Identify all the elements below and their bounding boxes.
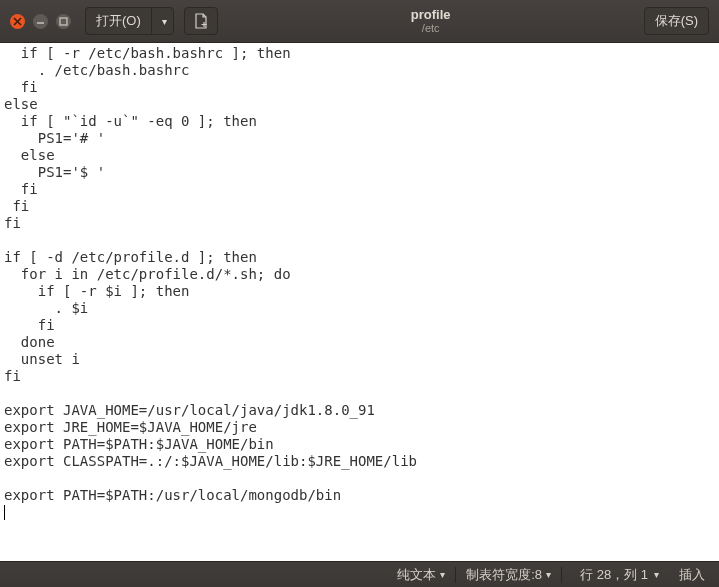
tab-width-selector[interactable]: 制表符宽度: 8 ▾ <box>456 566 561 584</box>
insert-mode-label: 插入 <box>679 566 705 584</box>
svg-rect-0 <box>60 18 67 25</box>
syntax-mode-selector[interactable]: 纯文本 ▾ <box>387 566 455 584</box>
tab-width-value: 8 <box>535 567 542 582</box>
open-recent-dropdown[interactable]: ▾ <box>151 7 174 35</box>
minimize-icon <box>36 17 45 26</box>
document-path: /etc <box>218 22 644 34</box>
tab-width-label: 制表符宽度: <box>466 566 535 584</box>
open-button-group: 打开(O) ▾ <box>85 7 174 35</box>
document-title: profile <box>218 8 644 22</box>
chevron-down-icon: ▾ <box>162 16 167 27</box>
chevron-down-icon: ▾ <box>440 569 445 580</box>
status-right: 行 28，列 1 ▾ 插入 <box>562 566 719 584</box>
cursor-position: 行 28，列 1 <box>580 566 648 584</box>
text-editor-area[interactable]: if [ -r /etc/bash.bashrc ]; then . /etc/… <box>0 43 719 561</box>
chevron-down-icon: ▾ <box>546 569 551 580</box>
save-button[interactable]: 保存(S) <box>644 7 709 35</box>
new-tab-button[interactable] <box>184 7 218 35</box>
open-button[interactable]: 打开(O) <box>85 7 151 35</box>
statusbar: 纯文本 ▾ 制表符宽度: 8 ▾ 行 28，列 1 ▾ 插入 <box>0 561 719 587</box>
titlebar: 打开(O) ▾ profile /etc 保存(S) <box>0 0 719 43</box>
syntax-mode-label: 纯文本 <box>397 566 436 584</box>
close-window-button[interactable] <box>10 14 25 29</box>
close-icon <box>13 17 22 26</box>
text-cursor <box>4 505 5 520</box>
open-button-label: 打开(O) <box>96 12 141 30</box>
chevron-down-icon: ▾ <box>654 569 659 580</box>
new-document-icon <box>193 13 209 29</box>
maximize-icon <box>59 17 68 26</box>
maximize-window-button[interactable] <box>56 14 71 29</box>
window-controls <box>0 14 71 29</box>
minimize-window-button[interactable] <box>33 14 48 29</box>
save-button-label: 保存(S) <box>655 12 698 30</box>
editor-window: 打开(O) ▾ profile /etc 保存(S) if [ -r /etc/… <box>0 0 719 587</box>
editor-content: if [ -r /etc/bash.bashrc ]; then . /etc/… <box>4 45 417 503</box>
title-area: profile /etc <box>218 8 644 34</box>
